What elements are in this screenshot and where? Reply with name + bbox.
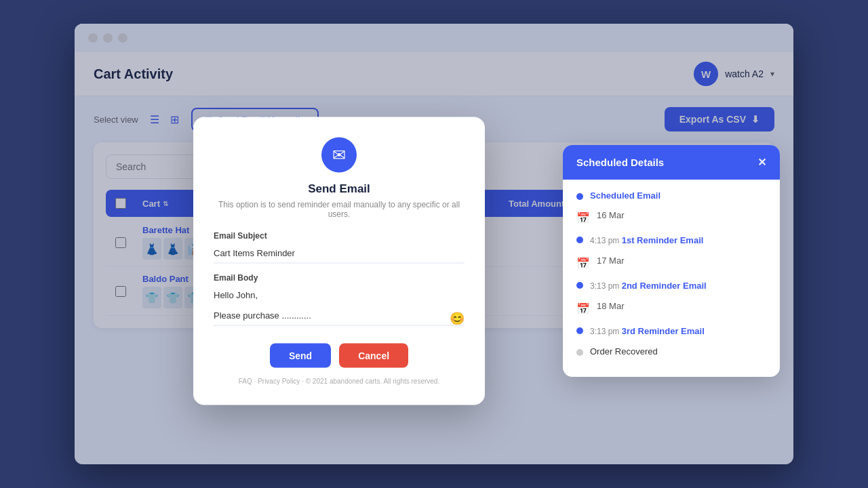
calendar-icon-5: 📅	[576, 302, 590, 315]
timeline-label-7: Order Recovered	[590, 346, 658, 357]
email-body-label: Email Body	[214, 273, 465, 283]
timeline-dot	[576, 327, 583, 334]
timeline-date-3: 17 Mar	[597, 256, 624, 266]
send-email-modal-icon: ✉	[321, 138, 357, 173]
email-subject-label: Email Subject	[214, 231, 465, 241]
timeline-dot	[576, 193, 583, 200]
timeline-item-1: 📅 16 Mar	[576, 210, 766, 224]
timeline-dot	[576, 282, 583, 289]
envelope-icon: ✉	[332, 146, 346, 165]
timeline-content-6: 3:13 pm 3rd Reminder Email	[590, 325, 705, 337]
timeline-item-2: 4:13 pm 1st Reminder Email	[576, 234, 766, 246]
panel-title: Scheduled Details	[576, 157, 664, 168]
timeline-date-1: 16 Mar	[597, 210, 624, 220]
timeline-item-7: Order Recovered	[576, 346, 766, 357]
timeline-time-4: 3:13 pm	[590, 281, 622, 291]
main-window: Cart Activity W watch A2 ▾ Select view ☰…	[75, 24, 793, 464]
modal-title: Send Email	[214, 182, 465, 196]
close-button[interactable]: ✕	[757, 156, 766, 169]
modal-subtitle: This option is to send reminder email ma…	[214, 200, 465, 219]
timeline-time-2: 4:13 pm	[590, 236, 622, 245]
timeline-item-3: 📅 17 Mar	[576, 256, 766, 270]
timeline-date-5: 18 Mar	[597, 301, 624, 311]
scheduled-details-panel: Scheduled Details ✕ Scheduled Email 📅 16…	[563, 145, 780, 377]
email-subject-input[interactable]	[214, 243, 465, 264]
panel-body: Scheduled Email 📅 16 Mar 4:13 pm 1st Rem…	[563, 180, 780, 377]
timeline-label-0: Scheduled Email	[590, 190, 660, 201]
panel-header: Scheduled Details ✕	[563, 145, 780, 180]
emoji-icon[interactable]: 😊	[450, 311, 465, 326]
timeline-time-6: 3:13 pm	[590, 327, 622, 336]
modal-footer: FAQ · Privacy Policy · © 2021 abandoned …	[214, 378, 465, 385]
timeline-item-6: 3:13 pm 3rd Reminder Email	[576, 325, 766, 337]
timeline-dot	[576, 237, 583, 243]
send-email-modal: ✉ Send Email This option is to send remi…	[193, 117, 485, 405]
cancel-button[interactable]: Cancel	[339, 344, 408, 368]
timeline-item-0: Scheduled Email	[576, 190, 766, 201]
calendar-icon-1: 📅	[576, 211, 590, 224]
timeline-label-2: 1st Reminder Email	[622, 235, 704, 245]
timeline-dot-grey	[576, 349, 583, 356]
timeline-content-2: 4:13 pm 1st Reminder Email	[590, 234, 703, 246]
email-body-textarea[interactable]: Hello John, Please purchase ............	[214, 285, 465, 326]
send-button[interactable]: Send	[270, 344, 331, 368]
timeline-content-4: 3:13 pm 2nd Reminder Email	[590, 279, 707, 291]
timeline-label-4: 2nd Reminder Email	[622, 281, 707, 291]
textarea-row: Hello John, Please purchase ............…	[214, 285, 465, 338]
modal-icon-wrap: ✉	[214, 138, 465, 173]
timeline-label-6: 3rd Reminder Email	[622, 326, 705, 336]
timeline-item-4: 3:13 pm 2nd Reminder Email	[576, 279, 766, 291]
modal-actions: Send Cancel	[214, 344, 465, 368]
timeline-item-5: 📅 18 Mar	[576, 301, 766, 315]
calendar-icon-3: 📅	[576, 257, 590, 270]
